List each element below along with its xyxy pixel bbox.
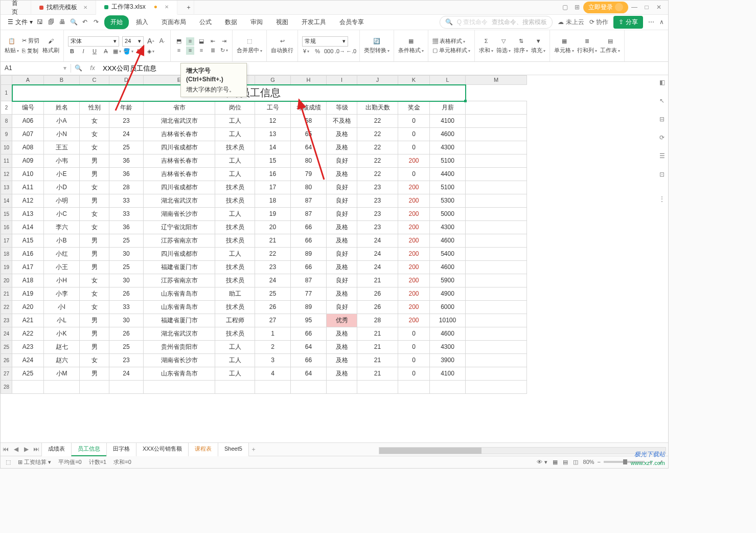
cell[interactable]: 13	[255, 128, 291, 141]
cell[interactable]: 小韦	[44, 154, 80, 168]
cell[interactable]: 小I	[44, 301, 80, 314]
border-button[interactable]: ▦	[113, 48, 121, 56]
cell[interactable]: 吉林省长春市	[144, 168, 215, 181]
cell[interactable]: A17	[12, 261, 44, 274]
cell[interactable]: 18	[255, 194, 291, 208]
cell[interactable]: 87	[291, 208, 327, 221]
cond-format-button[interactable]: ▦条件格式	[398, 37, 424, 54]
cell[interactable]: 25	[109, 261, 144, 274]
fontsize-select[interactable]: 24▾	[122, 36, 144, 47]
table-header[interactable]: 岗位	[215, 101, 255, 115]
side-backup-icon[interactable]: ⟳	[656, 132, 668, 143]
col-header[interactable]: M	[466, 76, 527, 85]
indent-inc-button[interactable]: ⇥	[220, 37, 228, 46]
cell[interactable]: A20	[12, 301, 44, 314]
cell[interactable]: 24	[109, 128, 144, 141]
cell[interactable]: A14	[12, 221, 44, 234]
cell[interactable]: 21	[255, 234, 291, 248]
wrap-text-button[interactable]: ↩自动换行	[271, 37, 293, 54]
cell[interactable]: 65	[291, 128, 327, 141]
menu-tab-2[interactable]: 页面布局	[155, 15, 192, 29]
cell[interactable]: 小B	[44, 234, 80, 248]
cell[interactable]: 湖北省武汉市	[144, 194, 215, 208]
align-justify-button[interactable]: ≣	[209, 47, 217, 55]
cell[interactable]: 贵州省贵阳市	[144, 341, 215, 354]
cell[interactable]: 福建省厦门市	[144, 261, 215, 274]
font-select[interactable]: 宋体▾	[68, 36, 119, 47]
cell[interactable]: 21	[357, 367, 398, 381]
cell[interactable]: 技术员	[215, 261, 255, 274]
cell[interactable]: 26	[255, 301, 291, 314]
cell[interactable]: 及格	[327, 354, 357, 367]
cell[interactable]: A11	[12, 181, 44, 194]
cell[interactable]: 25	[109, 234, 144, 248]
cell[interactable]: 200	[398, 248, 430, 261]
maximize-button[interactable]: □	[640, 3, 653, 13]
col-header[interactable]: I	[327, 76, 357, 85]
italic-button[interactable]: I	[79, 48, 87, 56]
table-header[interactable]: 工号	[255, 101, 291, 115]
sheet-tab[interactable]: 员工信息	[71, 442, 107, 456]
cell[interactable]: 5100	[430, 181, 466, 194]
align-top-button[interactable]: ⬒	[175, 37, 183, 46]
currency-button[interactable]: ¥	[302, 48, 310, 56]
cell[interactable]: 26	[357, 301, 398, 314]
layout-icon[interactable]: ▢	[559, 3, 571, 13]
cell[interactable]: 200	[398, 314, 430, 327]
cell[interactable]: 工人	[215, 115, 255, 128]
cell[interactable]: 27	[255, 314, 291, 327]
rowcol-button[interactable]: ≣行和列	[577, 37, 597, 54]
cell[interactable]	[357, 381, 398, 394]
cell[interactable]: 30	[109, 248, 144, 261]
cell[interactable]: 技术员	[215, 141, 255, 154]
cell[interactable]: A13	[12, 208, 44, 221]
worksheet-button[interactable]: ▤工作表	[600, 37, 620, 54]
cell[interactable]: 22	[357, 154, 398, 168]
cell[interactable]: 良好	[327, 248, 357, 261]
cell[interactable]: 工人	[215, 248, 255, 261]
clear-format-button[interactable]: ◈	[147, 48, 155, 56]
cell[interactable]: 工人	[215, 154, 255, 168]
cell[interactable]: 工人	[215, 208, 255, 221]
cell[interactable]: A22	[12, 327, 44, 341]
cell[interactable]: 23	[357, 221, 398, 234]
cell[interactable]: 男	[80, 327, 109, 341]
cell[interactable]: 5000	[430, 208, 466, 221]
table-header[interactable]: 年龄	[109, 101, 144, 115]
cell[interactable]: A19	[12, 287, 44, 301]
cell[interactable]: 66	[291, 261, 327, 274]
apps-icon[interactable]: ⊞	[571, 3, 583, 13]
cell[interactable]: 湖南省长沙市	[144, 354, 215, 367]
cell[interactable]: 4400	[430, 168, 466, 181]
cell[interactable]: 男	[80, 341, 109, 354]
fill-button[interactable]: ▼填充	[531, 37, 545, 54]
cell[interactable]: 36	[109, 154, 144, 168]
align-right-button[interactable]: ≡	[197, 47, 205, 55]
close-icon[interactable]: ✕	[83, 4, 87, 11]
cell[interactable]: 26	[109, 287, 144, 301]
row-header[interactable]: 25	[1, 341, 12, 354]
menu-tab-4[interactable]: 数据	[219, 15, 243, 29]
cell[interactable]: 小L	[44, 314, 80, 327]
menu-tab-1[interactable]: 插入	[130, 15, 154, 29]
cell[interactable]: 工人	[215, 168, 255, 181]
cell[interactable]	[44, 381, 80, 394]
col-header[interactable]: B	[44, 76, 80, 85]
cell[interactable]: 男	[80, 168, 109, 181]
cell[interactable]: 优秀	[327, 314, 357, 327]
cell[interactable]	[80, 381, 109, 394]
cell[interactable]: 23	[109, 115, 144, 128]
cell[interactable]: 3	[255, 354, 291, 367]
col-header[interactable]: G	[255, 76, 291, 85]
side-more-icon[interactable]: ☰	[656, 150, 668, 162]
cell[interactable]: A07	[12, 128, 44, 141]
cell[interactable]: 小D	[44, 181, 80, 194]
cell[interactable]: 王五	[44, 141, 80, 154]
cell[interactable]: 及格	[327, 367, 357, 381]
sheet-tab[interactable]: 田字格	[106, 442, 136, 456]
cell[interactable]: 89	[291, 248, 327, 261]
cell[interactable]: 小N	[44, 128, 80, 141]
align-center-button[interactable]: ≡	[186, 47, 194, 55]
cell[interactable]: 5900	[430, 274, 466, 287]
cell[interactable]: 30	[109, 314, 144, 327]
